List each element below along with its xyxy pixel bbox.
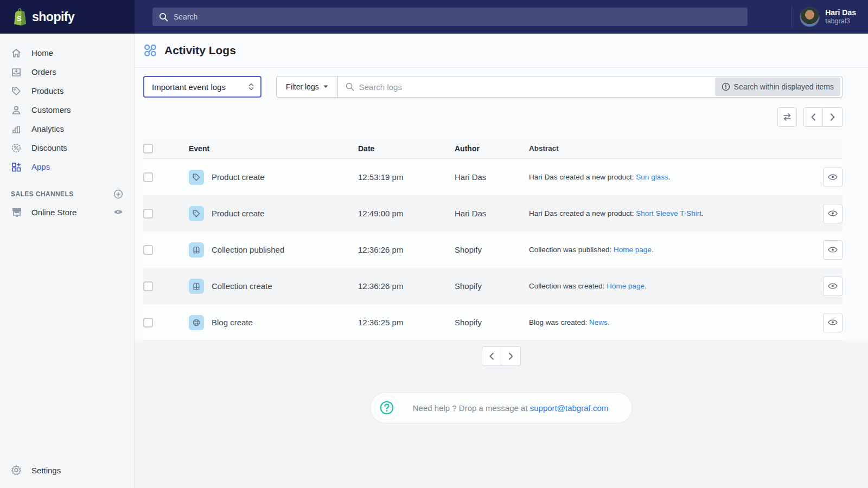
abstract-link[interactable]: News <box>589 318 608 326</box>
sidebar-item-label: Analytics <box>31 124 64 133</box>
eye-icon <box>828 246 838 253</box>
search-icon <box>159 12 168 22</box>
chevron-left-icon <box>810 113 816 121</box>
main-content: Activity Logs Important event logs Filte… <box>135 34 868 488</box>
user-menu[interactable]: Hari Das tabgraf3 <box>792 0 868 34</box>
sidebar-item-label: Home <box>31 48 53 57</box>
event-label: Product create <box>212 209 265 218</box>
log-search-group: Filter logs <box>276 76 843 98</box>
log-type-select[interactable]: Important event logs <box>143 76 261 98</box>
support-email-link[interactable]: support@tabgraf.com <box>530 403 608 413</box>
event-label: Collection create <box>212 281 272 291</box>
table-row: Blog create 12:36:25 pm Shopify Blog was… <box>143 304 843 341</box>
user-store: tabgraf3 <box>825 17 856 25</box>
row-checkbox[interactable] <box>143 172 153 182</box>
event-abstract: Collection was published: Home page. <box>529 246 823 254</box>
gear-icon <box>11 465 22 476</box>
products-tag-icon <box>11 86 22 97</box>
sidebar-item-label: Orders <box>31 67 56 76</box>
view-log-button[interactable] <box>823 313 843 332</box>
log-search-input[interactable] <box>359 82 707 92</box>
event-label: Product create <box>212 172 265 182</box>
event-author: Hari Das <box>455 209 529 218</box>
sidebar-item-home[interactable]: Home <box>0 43 134 62</box>
event-author: Shopify <box>455 281 529 291</box>
sidebar: Home Orders Products Customers <box>0 34 135 488</box>
prev-page-button[interactable] <box>803 107 823 127</box>
shopify-logo[interactable]: S shopify <box>0 0 135 34</box>
help-question-icon <box>375 396 399 420</box>
event-date: 12:36:25 pm <box>358 318 455 327</box>
event-abstract: Blog was created: News. <box>529 318 823 326</box>
sidebar-item-online-store[interactable]: Online Store <box>0 202 134 222</box>
row-checkbox[interactable] <box>143 209 153 219</box>
abstract-link[interactable]: Sun glass <box>636 173 668 181</box>
sidebar-item-products[interactable]: Products <box>0 81 134 100</box>
view-log-button[interactable] <box>823 168 843 187</box>
table-row: Collection create 12:36:26 pm Shopify Co… <box>143 268 843 304</box>
view-log-button[interactable] <box>823 277 843 296</box>
sidebar-item-analytics[interactable]: Analytics <box>0 119 134 138</box>
table-row: Collection published 12:36:26 pm Shopify… <box>143 232 843 268</box>
event-abstract: Hari Das created a new product: Short Sl… <box>529 209 823 217</box>
svg-text:S: S <box>17 15 22 23</box>
row-checkbox[interactable] <box>143 245 153 255</box>
filter-logs-button[interactable]: Filter logs <box>277 76 338 97</box>
abstract-link[interactable]: Short Sleeve T-Shirt <box>636 209 701 217</box>
refresh-swap-icon <box>782 113 792 121</box>
orders-icon <box>11 67 22 78</box>
sales-channels-header: SALES CHANNELS <box>11 190 74 198</box>
event-date: 12:49:00 pm <box>358 209 455 218</box>
analytics-icon <box>11 124 22 134</box>
product-tag-icon <box>189 206 204 221</box>
sidebar-item-apps[interactable]: Apps <box>0 157 134 176</box>
header-author: Author <box>455 144 529 153</box>
brand-name: shopify <box>32 10 74 24</box>
sidebar-item-settings[interactable]: Settings <box>0 460 134 480</box>
global-search-input[interactable] <box>174 12 741 21</box>
collection-icon <box>189 279 204 294</box>
search-scope-note: Search within displayed items <box>715 78 840 96</box>
sidebar-item-orders[interactable]: Orders <box>0 62 134 81</box>
topbar: S shopify Hari Das tabgraf3 <box>0 0 868 34</box>
select-all-checkbox[interactable] <box>143 144 153 153</box>
sidebar-item-label: Customers <box>31 105 71 114</box>
help-banner: Need help ? Drop a message at support@ta… <box>370 392 633 423</box>
home-icon <box>11 48 22 59</box>
next-page-button[interactable] <box>823 107 843 127</box>
channel-label: Online Store <box>31 208 113 217</box>
chevron-right-icon <box>830 113 835 121</box>
chevron-right-icon <box>508 352 514 360</box>
row-checkbox[interactable] <box>143 318 153 328</box>
view-log-button[interactable] <box>823 204 843 223</box>
help-text: Need help ? Drop a message at <box>413 403 530 413</box>
info-icon <box>722 82 730 91</box>
top-pagination <box>803 107 843 127</box>
abstract-link[interactable]: Home page <box>607 282 644 290</box>
activity-log-table: Event Date Author Abstract Product creat… <box>143 138 843 341</box>
activity-logs-icon <box>143 43 157 57</box>
page-title: Activity Logs <box>164 44 236 57</box>
row-checkbox[interactable] <box>143 281 153 291</box>
global-search[interactable] <box>152 8 748 26</box>
view-log-button[interactable] <box>823 240 843 260</box>
prev-page-button[interactable] <box>482 346 501 366</box>
shopify-bag-icon: S <box>11 8 27 26</box>
preview-store-eye-icon[interactable] <box>113 207 123 217</box>
event-author: Shopify <box>455 245 529 254</box>
refresh-logs-button[interactable] <box>777 107 797 127</box>
event-label: Collection published <box>212 245 284 254</box>
sidebar-item-customers[interactable]: Customers <box>0 100 134 119</box>
storefront-icon <box>11 207 23 217</box>
header-abstract: Abstract <box>529 144 823 152</box>
next-page-button[interactable] <box>501 346 521 366</box>
event-date: 12:53:19 pm <box>358 172 455 182</box>
add-channel-button[interactable] <box>113 189 123 199</box>
abstract-link[interactable]: Home page <box>614 246 652 254</box>
table-row: Product create 12:49:00 pm Hari Das Hari… <box>143 195 843 232</box>
sidebar-item-label: Products <box>31 86 63 95</box>
sidebar-item-discounts[interactable]: Discounts <box>0 138 134 157</box>
caret-down-icon <box>323 85 328 88</box>
event-author: Hari Das <box>455 172 529 182</box>
discounts-icon <box>11 143 22 153</box>
